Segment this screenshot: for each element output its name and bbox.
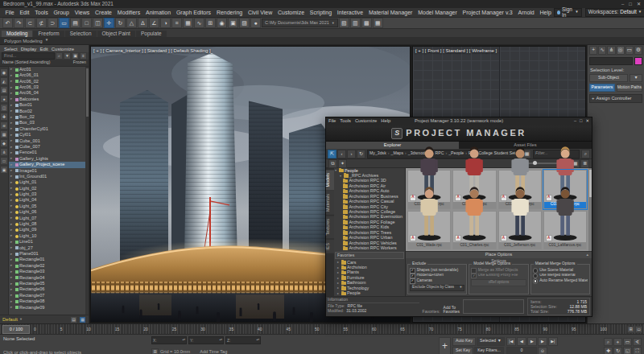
pm-scenes-icon[interactable]: ▧ [339,18,349,28]
explorer-row-light-04[interactable]: ▸Light_04 [9,198,89,204]
render-frame-icon[interactable]: ▨ [239,18,250,28]
explorer-row-cyl01[interactable]: ▸Cyl01 [9,132,89,138]
redo-icon[interactable]: ↷ [14,18,24,28]
display-tab-icon[interactable]: ▭ [625,46,634,55]
sub-object-dropdown[interactable]: ▼ [630,74,642,82]
expand-icon[interactable]: ▸ [10,246,14,250]
maximize-viewport-icon[interactable]: ⛶ [633,347,642,354]
explorer-menu-customize[interactable]: Customize [52,47,74,51]
unlink-icon[interactable]: ⊄ [36,18,47,28]
expand-icon[interactable]: ▸ [10,139,14,143]
pm-tools-icon[interactable]: ✦ [338,159,347,168]
auto-key-button[interactable]: Auto Key [452,337,476,346]
hierarchy-tab-icon[interactable]: ⋔ [607,46,615,55]
explorer-row-rectangle08[interactable]: ▸Rectangle08 [9,298,89,304]
pm-sync-icon[interactable]: ⧉ [328,159,337,168]
expand-icon[interactable]: ▸ [10,211,14,215]
display-lights-icon[interactable]: ● [0,95,8,103]
menu-item-modifiers[interactable]: Modifiers [114,10,142,15]
select-link-icon[interactable]: ⊂ [25,18,35,28]
explorer-row-obj-27[interactable]: ▸obj_27 [9,245,89,251]
trackbar-option-icon[interactable]: ⊞ [627,326,634,333]
checkbox-icon[interactable]: ✓ [471,274,477,279]
motion-paths-button[interactable]: Motion Paths [617,84,642,92]
pm-models-icon[interactable]: ▥ [350,18,361,28]
display-materials-icon[interactable]: ▣ [0,166,8,174]
explorer-row-arc01[interactable]: ▸Arc01 [9,67,89,72]
timeline-trackbar[interactable]: 0 / 100 05101520253035404550556065707580… [0,323,644,334]
set-key-button[interactable]: Set Key [452,347,473,354]
explorer-row-light-10[interactable]: ▸Light_10 [9,233,89,239]
coordinate-field-x[interactable]: X:▴▾ [151,336,187,344]
pan-icon[interactable]: ✚ [604,347,613,354]
key-filters-button[interactable]: Key Filters... [474,347,504,354]
create-tab-icon[interactable]: + [589,46,597,55]
select-move-icon[interactable]: ✛ [104,18,114,28]
radio-icon[interactable] [533,278,539,284]
render-production-icon[interactable]: ● [250,18,261,28]
select-rotate-icon[interactable]: ↻ [115,18,126,28]
explorer-row-cube-001[interactable]: ▸Cube_001 [9,138,89,144]
camera-viewport-label[interactable]: [ + ] [ Camera_Interior ] [ Standard ] [… [93,48,211,53]
radio-icon[interactable] [533,268,539,274]
curve-editor-icon[interactable]: ∿ [194,18,204,28]
angle-snap-icon[interactable]: ∠ [149,18,159,28]
expand-icon[interactable]: ▸ [10,175,14,179]
explorer-row-rectangle09[interactable]: ▸Rectangle09 [9,305,89,311]
menu-item-scripting[interactable]: Scripting [307,10,334,15]
explorer-row-light-09[interactable]: ▸Light_09 [9,228,89,233]
parameters-button[interactable]: Parameters [589,84,615,92]
expand-icon[interactable]: ▸ [10,181,14,185]
pm-save-icon[interactable]: ▦ [373,18,383,28]
ribbon-tab-populate[interactable]: Populate [136,31,167,38]
display-spacewarps-icon[interactable]: ≋ [0,121,8,130]
ribbon-tab-freeform[interactable]: Freeform [33,31,64,38]
expand-icon[interactable]: ▸ [10,216,14,220]
expand-icon[interactable]: ▸ [10,270,14,274]
menu-item-file[interactable]: File [2,10,17,15]
explorer-row-box-03[interactable]: ▸Box_03 [9,121,89,126]
frozen-column-header[interactable]: Frozen [73,60,86,64]
sign-in-button[interactable]: Sign In ▼ [554,8,581,17]
select-object-icon[interactable]: ▭ [59,18,69,28]
expand-icon[interactable]: ▸ [10,127,14,131]
explorer-row-rectangle01[interactable]: ▸Rectangle01 [9,257,89,263]
menu-item-arnold[interactable]: Arnold [515,10,537,15]
explorer-row-rectangle06[interactable]: ▸Rectangle06 [9,286,89,292]
explorer-row-light-05[interactable]: ▸Light_05 [9,204,89,209]
explorer-row-rectangle05[interactable]: ▸Rectangle05 [9,281,89,286]
coordinate-field-y[interactable]: Y:▴▾ [188,336,224,344]
layer-manager-icon[interactable]: ▦ [183,18,193,28]
explorer-row-image01[interactable]: ▸Image01 [9,168,89,174]
explorer-row-box02[interactable]: ▸Box02 [9,109,89,114]
menu-item-tools[interactable]: Tools [32,10,51,15]
expand-icon[interactable]: ▸ [10,187,14,191]
expand-icon[interactable]: ▸ [10,121,14,126]
explorer-row-rectangle03[interactable]: ▸Rectangle03 [9,269,89,274]
explorer-search-icon[interactable]: ⌕ [56,52,63,60]
explorer-filter-icon[interactable]: ▼ [64,52,71,60]
explorer-row-arc06-01[interactable]: ▸Arc06_01 [9,72,89,78]
explorer-lock-icon[interactable]: ▣ [72,52,79,60]
explorer-row-arc06-02[interactable]: ▸Arc06_02 [9,79,89,84]
selection-region-icon[interactable]: □ [81,18,92,28]
menu-item-interactive[interactable]: Interactive [334,10,365,15]
expand-icon[interactable]: ▸ [10,193,14,197]
display-groups-icon[interactable]: ▦ [0,130,8,138]
explorer-menu-edit[interactable]: Edit [39,47,47,51]
orbit-icon[interactable]: ↻ [613,347,622,354]
window-crossing-icon[interactable]: ◫ [93,18,103,28]
spinner-icon[interactable]: ▴▾ [256,339,259,342]
expand-icon[interactable]: ▸ [10,146,14,150]
select-by-name-icon[interactable]: ▤ [70,18,80,28]
expand-icon[interactable]: ▸ [10,80,14,84]
display-all-icon[interactable]: ◉ [0,68,8,76]
expand-icon[interactable]: ▸ [10,276,14,280]
explorer-menu-select[interactable]: Select [4,47,18,51]
expand-icon[interactable]: ▸ [10,97,14,101]
pm-home-icon[interactable]: ⇱ [328,150,336,158]
schematic-view-icon[interactable]: ⊞ [205,18,216,28]
zoom-icon[interactable]: ⌕ [604,338,613,346]
menu-item-rendering[interactable]: Rendering [213,10,245,15]
expand-icon[interactable]: ▸ [10,157,14,161]
